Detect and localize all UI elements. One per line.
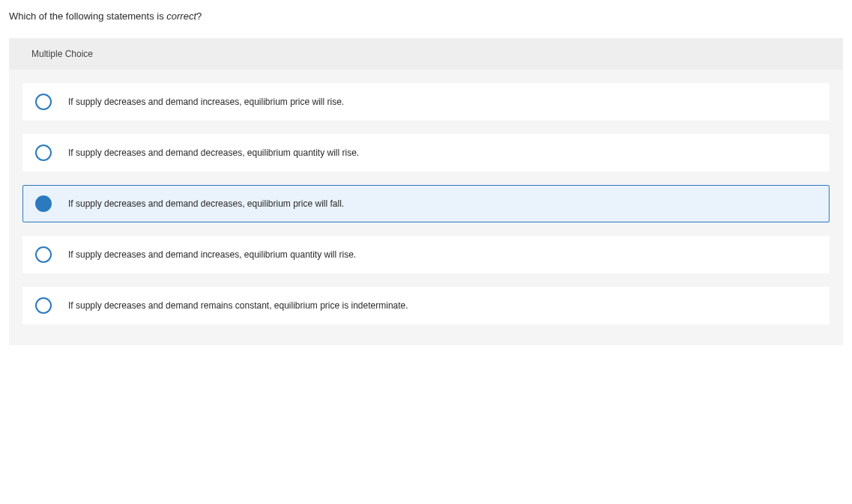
option-1[interactable]: If supply decreases and demand increases… bbox=[22, 83, 830, 121]
option-label: If supply decreases and demand decreases… bbox=[68, 198, 344, 209]
option-4[interactable]: If supply decreases and demand increases… bbox=[22, 236, 830, 273]
radio-icon bbox=[35, 246, 52, 263]
option-label: If supply decreases and demand decreases… bbox=[68, 148, 359, 158]
option-5[interactable]: If supply decreases and demand remains c… bbox=[22, 287, 830, 324]
option-label: If supply decreases and demand remains c… bbox=[68, 300, 408, 311]
radio-icon bbox=[35, 145, 52, 161]
option-label: If supply decreases and demand increases… bbox=[68, 249, 356, 260]
option-2[interactable]: If supply decreases and demand decreases… bbox=[22, 134, 830, 171]
radio-icon bbox=[35, 195, 52, 212]
multiple-choice-container: Multiple Choice If supply decreases and … bbox=[9, 38, 843, 345]
radio-icon bbox=[35, 94, 52, 110]
options-list: If supply decreases and demand increases… bbox=[9, 70, 843, 345]
question-prefix: Which of the following statements is bbox=[9, 10, 166, 22]
radio-icon bbox=[35, 297, 52, 314]
question-text: Which of the following statements is cor… bbox=[0, 0, 852, 32]
option-label: If supply decreases and demand increases… bbox=[68, 97, 344, 107]
multiple-choice-header: Multiple Choice bbox=[9, 38, 843, 70]
question-italic: correct bbox=[166, 10, 196, 22]
question-suffix: ? bbox=[196, 10, 202, 22]
option-3[interactable]: If supply decreases and demand decreases… bbox=[22, 185, 830, 222]
